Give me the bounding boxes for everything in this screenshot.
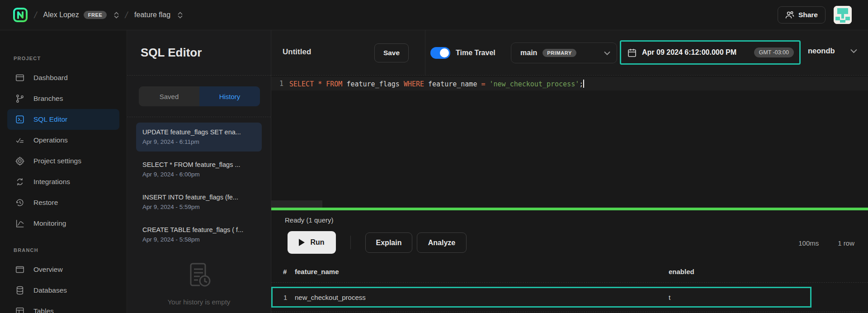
sidebar-item-tables[interactable]: Tables <box>7 301 119 313</box>
editor-header: Untitled Save Time Travel main PRIMARY A… <box>271 30 868 76</box>
project-name: feature flag <box>134 11 170 19</box>
database-icon <box>14 285 25 296</box>
divider <box>425 30 425 75</box>
sidebar: PROJECT Dashboard Branches SQL Editor Op… <box>0 30 127 313</box>
empty-history-icon <box>183 258 215 291</box>
tab-history[interactable]: History <box>199 86 260 106</box>
people-icon <box>785 11 794 19</box>
analyze-button[interactable]: Analyze <box>417 232 467 253</box>
history-item[interactable]: CREATE TABLE feature_flags ( f... Apr 9,… <box>136 220 262 249</box>
time-travel-label: Time Travel <box>456 49 495 57</box>
history-date: Apr 9, 2024 - 6:11pm <box>142 137 255 147</box>
run-label: Run <box>310 238 324 247</box>
breadcrumb-project[interactable]: feature flag <box>134 11 183 19</box>
tab-saved[interactable]: Saved <box>139 86 199 106</box>
horizontal-scrollbar-thumb[interactable] <box>271 200 322 208</box>
sidebar-item-label: Project settings <box>33 157 81 165</box>
calendar-icon <box>627 48 637 57</box>
table-grid-icon <box>14 306 25 313</box>
history-query: INSERT INTO feature_flags (fe... <box>142 192 255 202</box>
database-name: neondb <box>808 47 835 55</box>
column-header-feature-name: feature_name <box>295 268 669 275</box>
explain-button[interactable]: Explain <box>365 232 412 253</box>
monitoring-chart-icon <box>14 218 25 229</box>
sidebar-item-label: Monitoring <box>33 219 66 228</box>
branch-select[interactable]: main PRIMARY <box>511 43 617 63</box>
plan-badge: FREE <box>84 11 107 19</box>
chevron-down-icon <box>604 51 610 55</box>
sidebar-item-databases[interactable]: Databases <box>7 280 119 301</box>
query-title: Untitled <box>283 47 311 57</box>
save-button[interactable]: Save <box>374 43 409 62</box>
time-travel-toggle[interactable] <box>430 47 450 59</box>
breadcrumb-separator: / <box>33 10 38 20</box>
overview-icon <box>14 264 25 275</box>
sidebar-item-branches[interactable]: Branches <box>7 88 119 109</box>
sidebar-item-project-settings[interactable]: Project settings <box>7 151 119 171</box>
breadcrumb-separator: / <box>124 10 129 20</box>
sidebar-item-operations[interactable]: Operations <box>7 130 119 151</box>
breadcrumb-org[interactable]: Alex Lopez FREE <box>43 11 119 19</box>
gear-icon <box>14 156 25 166</box>
datetime-value: Apr 09 2024 6:12:00.000 PM <box>642 48 736 57</box>
sidebar-item-monitoring[interactable]: Monitoring <box>7 213 119 234</box>
database-select[interactable]: neondb <box>808 47 857 55</box>
history-item[interactable]: INSERT INTO feature_flags (fe... Apr 9, … <box>136 188 262 217</box>
share-button[interactable]: Share <box>778 6 826 24</box>
restore-clock-icon <box>14 197 25 208</box>
operations-icon <box>14 135 25 146</box>
section-label-project: PROJECT <box>14 56 127 62</box>
status-bar: Ready (1 query) <box>271 210 868 230</box>
avatar[interactable] <box>834 6 852 24</box>
history-list: UPDATE feature_flags SET ena... Apr 9, 2… <box>127 117 271 249</box>
results-table-header: # feature_name enabled <box>271 261 868 283</box>
history-query: UPDATE feature_flags SET ena... <box>142 127 255 137</box>
play-icon <box>299 239 305 246</box>
chevron-updown-icon <box>178 12 183 19</box>
primary-badge: PRIMARY <box>542 49 576 57</box>
text-cursor <box>583 80 584 88</box>
neon-logo-icon[interactable] <box>13 7 28 23</box>
history-date: Apr 9, 2024 - 5:59pm <box>142 202 255 212</box>
share-label: Share <box>798 11 818 19</box>
line-number: 1 <box>271 80 289 88</box>
org-name: Alex Lopez <box>43 11 79 19</box>
column-header-index: # <box>271 268 295 275</box>
sidebar-item-label: Operations <box>33 136 68 144</box>
history-query: SELECT * FROM feature_flags ... <box>142 160 255 170</box>
sidebar-item-dashboard[interactable]: Dashboard <box>7 67 119 88</box>
git-branch-icon <box>14 93 25 104</box>
sidebar-item-label: Restore <box>33 199 58 207</box>
history-item[interactable]: SELECT * FROM feature_flags ... Apr 9, 2… <box>136 155 262 184</box>
cell-index: 1 <box>273 294 295 301</box>
sidebar-item-overview[interactable]: Overview <box>7 259 119 280</box>
divider <box>271 312 868 312</box>
sql-editor-panel: SQL Editor Saved History UPDATE feature_… <box>127 30 271 313</box>
cell-enabled: t <box>669 294 810 301</box>
column-header-enabled: enabled <box>669 268 868 275</box>
sidebar-item-label: Branches <box>33 95 63 103</box>
top-bar: / Alex Lopez FREE / feature flag Share <box>0 0 868 30</box>
run-button[interactable]: Run <box>288 231 336 254</box>
query-status: Ready (1 query) <box>285 216 334 224</box>
dashboard-icon <box>14 72 25 83</box>
chevron-down-icon <box>850 49 857 53</box>
timezone-badge: GMT -03:00 <box>754 47 794 57</box>
sidebar-item-label: Overview <box>33 266 63 274</box>
sidebar-item-label: Databases <box>33 286 67 294</box>
sql-code-editor[interactable]: 1 SELECT * FROM feature_flags WHERE feat… <box>271 77 868 208</box>
sidebar-item-restore[interactable]: Restore <box>7 192 119 213</box>
time-travel-datetime-picker[interactable]: Apr 09 2024 6:12:00.000 PM GMT -03:00 <box>620 40 801 65</box>
integrations-icon <box>14 176 25 187</box>
chevron-updown-icon <box>114 12 119 19</box>
sidebar-item-integrations[interactable]: Integrations <box>7 171 119 192</box>
sidebar-item-sql-editor[interactable]: SQL Editor <box>7 109 119 130</box>
history-empty-state: Your history is empty <box>127 258 271 306</box>
history-item[interactable]: UPDATE feature_flags SET ena... Apr 9, 2… <box>136 123 262 152</box>
editor-main: Untitled Save Time Travel main PRIMARY A… <box>271 30 868 313</box>
empty-history-label: Your history is empty <box>168 298 231 306</box>
sidebar-item-label: Integrations <box>33 178 70 186</box>
branch-name: main <box>520 49 537 57</box>
history-date: Apr 9, 2024 - 5:58pm <box>142 235 255 245</box>
sql-statement: SELECT * FROM feature_flags WHERE featur… <box>289 80 584 88</box>
